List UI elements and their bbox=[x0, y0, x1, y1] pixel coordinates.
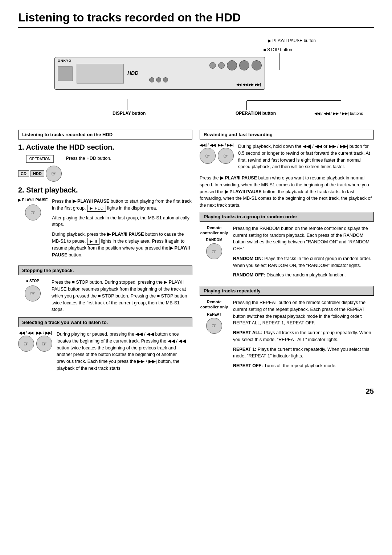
stopping-row: ■ STOP ☞ Press the ■ STOP button. During… bbox=[18, 279, 192, 313]
repeat-text: Pressing the REPEAT button on the remote… bbox=[233, 299, 374, 372]
page-number: 25 bbox=[18, 384, 374, 396]
selecting-icon: ◀◀ / ◀◀ ☞ ▶▶ / ▶▶| ☞ bbox=[18, 331, 52, 352]
selecting-text: During playing or paused, pressing the ◀… bbox=[57, 331, 192, 372]
repeat-row: Remotecontroller only REPEAT ☞ Pressing … bbox=[200, 299, 374, 372]
listening-section-header: Listening to tracks recorded on the HDD bbox=[18, 130, 192, 139]
page-title: Listening to tracks recorded on the HDD bbox=[18, 11, 374, 28]
step2-instruction-row: ▶ PLAY/II PAUSE ☞ Press the ▶ PLAY/II PA… bbox=[18, 198, 192, 261]
stopping-icon: ■ STOP ☞ bbox=[18, 279, 47, 301]
stopping-header: Stopping the playback. bbox=[18, 266, 192, 275]
nav-buttons-annotation: ◀◀ / ◀◀ / ▶▶ / ▶▶| buttons bbox=[314, 111, 363, 116]
step1-icon: OPERATION CD HDD ☞ bbox=[18, 155, 62, 182]
rewinding-para: Press the ▶ PLAY/II PAUSE button where y… bbox=[200, 175, 374, 209]
device-diagram: ▶ PLAY/II PAUSE button ■ STOP button ONK… bbox=[18, 35, 374, 122]
step1-text: Press the HDD button. bbox=[66, 155, 192, 162]
rewinding-row: ◀◀| / ◀◀ ☞ ▶▶ / ▶▶| ☞ During playback, h… bbox=[200, 143, 374, 170]
selecting-row: ◀◀ / ◀◀ ☞ ▶▶ / ▶▶| ☞ During playing or p… bbox=[18, 331, 192, 372]
stop-annotation: ■ STOP button bbox=[263, 47, 292, 52]
play-pause-annotation: ▶ PLAY/II PAUSE button bbox=[268, 38, 316, 43]
rewinding-icon: ◀◀| / ◀◀ ☞ ▶▶ / ▶▶| ☞ bbox=[200, 143, 234, 164]
random-icon: Remotecontroller only RANDOM ☞ bbox=[200, 225, 229, 260]
step2-heading: 2. Start playback. bbox=[18, 186, 192, 194]
repeat-header: Playing tracks repeatedly bbox=[200, 286, 374, 296]
random-text: Pressing the RANDOM button on the remote… bbox=[233, 225, 374, 281]
main-content: Listening to tracks recorded on the HDD … bbox=[18, 130, 374, 377]
random-header: Playing tracks in a group in random orde… bbox=[200, 212, 374, 222]
step1-instruction-row: OPERATION CD HDD ☞ Press the HDD button. bbox=[18, 155, 192, 182]
right-column: Rewinding and fast forwarding ◀◀| / ◀◀ ☞… bbox=[200, 130, 374, 377]
step1-heading: 1. Activate the HDD section. bbox=[18, 143, 192, 151]
step2-text: Press the ▶ PLAY/II PAUSE button to star… bbox=[52, 198, 192, 261]
rewinding-text: During playback, hold down the ◀◀| / ◀◀ … bbox=[238, 143, 374, 170]
random-row: Remotecontroller only RANDOM ☞ Pressing … bbox=[200, 225, 374, 281]
device-image: ONKYO HDD ◀◀◀◀▶▶▶▶| bbox=[54, 57, 265, 90]
repeat-icon: Remotecontroller only REPEAT ☞ bbox=[200, 299, 229, 334]
step2-icon: ▶ PLAY/II PAUSE ☞ bbox=[18, 198, 48, 220]
rewinding-header: Rewinding and fast forwarding bbox=[200, 130, 374, 139]
stopping-text: Press the ■ STOP button. During stopped,… bbox=[52, 279, 192, 313]
selecting-header: Selecting a track you want to listen to. bbox=[18, 317, 192, 327]
operation-annotation: OPERATION button bbox=[236, 111, 276, 116]
display-annotation: DISPLAY button bbox=[113, 111, 146, 116]
left-column: Listening to tracks recorded on the HDD … bbox=[18, 130, 192, 377]
